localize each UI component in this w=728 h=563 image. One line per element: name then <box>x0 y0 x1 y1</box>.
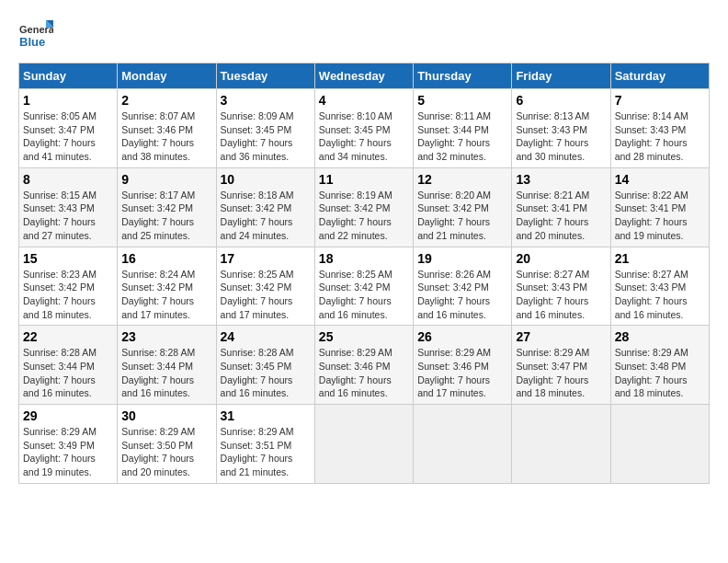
day-info: Sunrise: 8:28 AM Sunset: 3:44 PM Dayligh… <box>121 346 211 400</box>
day-info: Sunrise: 8:13 AM Sunset: 3:43 PM Dayligh… <box>516 109 606 164</box>
calendar-week-4: 22 Sunrise: 8:28 AM Sunset: 3:44 PM Dayl… <box>19 326 710 405</box>
col-header-wednesday: Wednesday <box>314 63 413 89</box>
day-number: 26 <box>417 329 507 344</box>
page-header: General Blue <box>18 18 710 53</box>
day-number: 12 <box>417 172 507 187</box>
calendar-week-5: 29 Sunrise: 8:29 AM Sunset: 3:49 PM Dayl… <box>19 405 710 484</box>
calendar-cell: 13 Sunrise: 8:21 AM Sunset: 3:41 PM Dayl… <box>512 167 610 247</box>
day-number: 30 <box>121 408 211 423</box>
calendar-cell: 6 Sunrise: 8:13 AM Sunset: 3:43 PM Dayli… <box>512 89 610 168</box>
calendar-cell: 10 Sunrise: 8:18 AM Sunset: 3:42 PM Dayl… <box>216 167 314 247</box>
calendar-table: SundayMondayTuesdayWednesdayThursdayFrid… <box>18 63 710 484</box>
logo: General Blue <box>18 18 53 53</box>
day-info: Sunrise: 8:29 AM Sunset: 3:49 PM Dayligh… <box>23 425 113 479</box>
day-info: Sunrise: 8:21 AM Sunset: 3:41 PM Dayligh… <box>516 189 606 243</box>
calendar-cell: 7 Sunrise: 8:14 AM Sunset: 3:43 PM Dayli… <box>610 89 709 168</box>
calendar-cell: 20 Sunrise: 8:27 AM Sunset: 3:43 PM Dayl… <box>512 247 610 326</box>
day-number: 18 <box>319 251 409 266</box>
calendar-cell <box>314 405 413 484</box>
col-header-tuesday: Tuesday <box>216 63 314 89</box>
col-header-saturday: Saturday <box>610 63 709 89</box>
logo-svg: General Blue <box>18 18 53 53</box>
day-number: 2 <box>121 93 211 108</box>
calendar-cell: 17 Sunrise: 8:25 AM Sunset: 3:42 PM Dayl… <box>216 247 314 326</box>
day-number: 5 <box>417 93 507 108</box>
svg-text:Blue: Blue <box>19 35 45 49</box>
day-info: Sunrise: 8:19 AM Sunset: 3:42 PM Dayligh… <box>319 189 409 243</box>
calendar-header-row: SundayMondayTuesdayWednesdayThursdayFrid… <box>19 63 710 89</box>
day-number: 6 <box>516 93 606 108</box>
day-number: 10 <box>221 172 311 187</box>
day-info: Sunrise: 8:29 AM Sunset: 3:51 PM Dayligh… <box>221 425 311 479</box>
day-info: Sunrise: 8:10 AM Sunset: 3:45 PM Dayligh… <box>319 109 409 164</box>
calendar-cell: 19 Sunrise: 8:26 AM Sunset: 3:42 PM Dayl… <box>414 247 512 326</box>
col-header-sunday: Sunday <box>19 63 118 89</box>
calendar-cell <box>610 405 709 484</box>
calendar-cell: 24 Sunrise: 8:28 AM Sunset: 3:45 PM Dayl… <box>216 326 314 405</box>
day-number: 29 <box>23 408 113 423</box>
day-info: Sunrise: 8:05 AM Sunset: 3:47 PM Dayligh… <box>23 109 113 164</box>
day-info: Sunrise: 8:14 AM Sunset: 3:43 PM Dayligh… <box>615 109 705 164</box>
calendar-cell: 22 Sunrise: 8:28 AM Sunset: 3:44 PM Dayl… <box>19 326 118 405</box>
day-info: Sunrise: 8:28 AM Sunset: 3:44 PM Dayligh… <box>23 346 113 400</box>
calendar-cell: 23 Sunrise: 8:28 AM Sunset: 3:44 PM Dayl… <box>118 326 216 405</box>
calendar-cell <box>512 405 610 484</box>
day-info: Sunrise: 8:22 AM Sunset: 3:41 PM Dayligh… <box>615 189 705 243</box>
day-info: Sunrise: 8:29 AM Sunset: 3:50 PM Dayligh… <box>121 425 211 479</box>
calendar-cell: 12 Sunrise: 8:20 AM Sunset: 3:42 PM Dayl… <box>414 167 512 247</box>
day-number: 3 <box>221 93 311 108</box>
calendar-cell: 21 Sunrise: 8:27 AM Sunset: 3:43 PM Dayl… <box>610 247 709 326</box>
day-number: 9 <box>121 172 211 187</box>
calendar-week-3: 15 Sunrise: 8:23 AM Sunset: 3:42 PM Dayl… <box>19 247 710 326</box>
calendar-cell: 4 Sunrise: 8:10 AM Sunset: 3:45 PM Dayli… <box>314 89 413 168</box>
day-number: 25 <box>319 329 409 344</box>
day-number: 24 <box>221 329 311 344</box>
calendar-cell: 28 Sunrise: 8:29 AM Sunset: 3:48 PM Dayl… <box>610 326 709 405</box>
day-info: Sunrise: 8:29 AM Sunset: 3:48 PM Dayligh… <box>615 346 705 400</box>
day-info: Sunrise: 8:18 AM Sunset: 3:42 PM Dayligh… <box>221 189 311 243</box>
day-info: Sunrise: 8:24 AM Sunset: 3:42 PM Dayligh… <box>121 268 211 322</box>
calendar-cell <box>414 405 512 484</box>
calendar-cell: 8 Sunrise: 8:15 AM Sunset: 3:43 PM Dayli… <box>19 167 118 247</box>
calendar-cell: 2 Sunrise: 8:07 AM Sunset: 3:46 PM Dayli… <box>118 89 216 168</box>
calendar-week-1: 1 Sunrise: 8:05 AM Sunset: 3:47 PM Dayli… <box>19 89 710 168</box>
day-info: Sunrise: 8:20 AM Sunset: 3:42 PM Dayligh… <box>417 189 507 243</box>
day-number: 4 <box>319 93 409 108</box>
calendar-cell: 26 Sunrise: 8:29 AM Sunset: 3:46 PM Dayl… <box>414 326 512 405</box>
calendar-cell: 16 Sunrise: 8:24 AM Sunset: 3:42 PM Dayl… <box>118 247 216 326</box>
day-number: 27 <box>516 329 606 344</box>
calendar-cell: 15 Sunrise: 8:23 AM Sunset: 3:42 PM Dayl… <box>19 247 118 326</box>
day-number: 21 <box>615 251 705 266</box>
day-number: 15 <box>23 251 113 266</box>
day-number: 16 <box>121 251 211 266</box>
calendar-cell: 27 Sunrise: 8:29 AM Sunset: 3:47 PM Dayl… <box>512 326 610 405</box>
day-number: 19 <box>417 251 507 266</box>
day-number: 31 <box>221 408 311 423</box>
day-info: Sunrise: 8:26 AM Sunset: 3:42 PM Dayligh… <box>417 268 507 322</box>
day-number: 23 <box>121 329 211 344</box>
calendar-cell: 30 Sunrise: 8:29 AM Sunset: 3:50 PM Dayl… <box>118 405 216 484</box>
calendar-cell: 25 Sunrise: 8:29 AM Sunset: 3:46 PM Dayl… <box>314 326 413 405</box>
col-header-friday: Friday <box>512 63 610 89</box>
day-info: Sunrise: 8:11 AM Sunset: 3:44 PM Dayligh… <box>417 109 507 164</box>
day-info: Sunrise: 8:07 AM Sunset: 3:46 PM Dayligh… <box>121 109 211 164</box>
day-info: Sunrise: 8:25 AM Sunset: 3:42 PM Dayligh… <box>319 268 409 322</box>
day-info: Sunrise: 8:28 AM Sunset: 3:45 PM Dayligh… <box>221 346 311 400</box>
calendar-cell: 18 Sunrise: 8:25 AM Sunset: 3:42 PM Dayl… <box>314 247 413 326</box>
day-info: Sunrise: 8:25 AM Sunset: 3:42 PM Dayligh… <box>221 268 311 322</box>
col-header-thursday: Thursday <box>414 63 512 89</box>
calendar-cell: 3 Sunrise: 8:09 AM Sunset: 3:45 PM Dayli… <box>216 89 314 168</box>
day-number: 13 <box>516 172 606 187</box>
calendar-cell: 5 Sunrise: 8:11 AM Sunset: 3:44 PM Dayli… <box>414 89 512 168</box>
day-info: Sunrise: 8:09 AM Sunset: 3:45 PM Dayligh… <box>221 109 311 164</box>
day-info: Sunrise: 8:23 AM Sunset: 3:42 PM Dayligh… <box>23 268 113 322</box>
day-info: Sunrise: 8:15 AM Sunset: 3:43 PM Dayligh… <box>23 189 113 243</box>
day-number: 20 <box>516 251 606 266</box>
day-info: Sunrise: 8:29 AM Sunset: 3:46 PM Dayligh… <box>319 346 409 400</box>
calendar-cell: 9 Sunrise: 8:17 AM Sunset: 3:42 PM Dayli… <box>118 167 216 247</box>
day-number: 14 <box>615 172 705 187</box>
day-info: Sunrise: 8:27 AM Sunset: 3:43 PM Dayligh… <box>615 268 705 322</box>
calendar-week-2: 8 Sunrise: 8:15 AM Sunset: 3:43 PM Dayli… <box>19 167 710 247</box>
day-number: 28 <box>615 329 705 344</box>
calendar-cell: 1 Sunrise: 8:05 AM Sunset: 3:47 PM Dayli… <box>19 89 118 168</box>
